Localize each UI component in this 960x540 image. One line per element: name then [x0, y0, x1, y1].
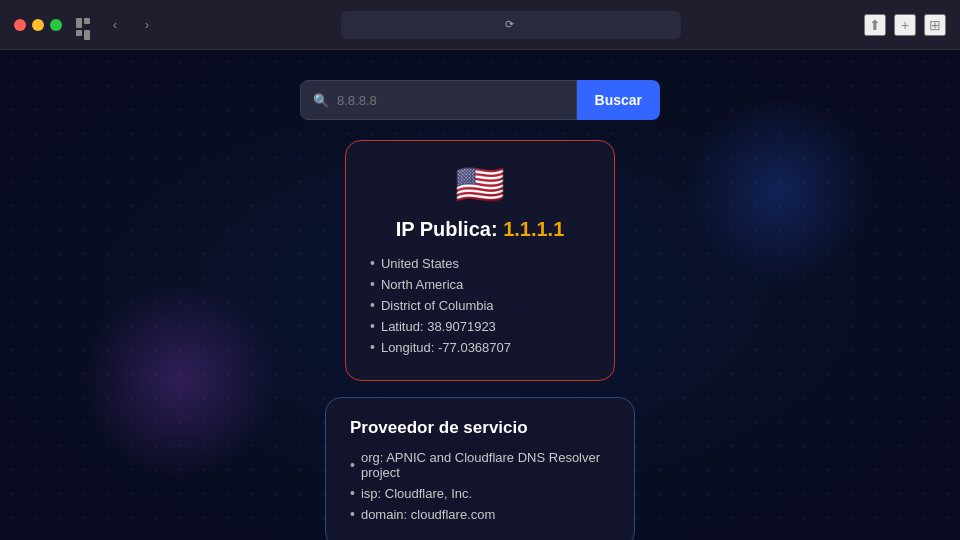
ip-longitude: Longitud: -77.0368707	[370, 339, 590, 355]
isp-domain: domain: cloudflare.com	[350, 506, 610, 522]
isp-org: org: APNIC and Cloudflare DNS Resolver p…	[350, 450, 610, 480]
isp-card: Proveedor de servicio org: APNIC and Clo…	[325, 397, 635, 540]
search-bar: 🔍 8.8.8.8 Buscar	[300, 80, 660, 120]
minimize-button[interactable]	[32, 19, 44, 31]
sidebar-icon	[76, 18, 90, 32]
search-button[interactable]: Buscar	[577, 80, 660, 120]
forward-button[interactable]: ›	[136, 14, 158, 36]
blob-purple	[80, 280, 280, 480]
isp-name: isp: Cloudflare, Inc.	[350, 485, 610, 501]
ip-info-list: United States North America District of …	[370, 255, 590, 355]
grid-button[interactable]: ⊞	[924, 14, 946, 36]
new-tab-button[interactable]: +	[894, 14, 916, 36]
ip-continent: North America	[370, 276, 590, 292]
back-button[interactable]: ‹	[104, 14, 126, 36]
maximize-button[interactable]	[50, 19, 62, 31]
ip-latitude: Latitud: 38.9071923	[370, 318, 590, 334]
traffic-lights	[14, 19, 62, 31]
browser-actions: ⬆ + ⊞	[864, 14, 946, 36]
address-bar-icon: ⟳	[505, 18, 514, 31]
country-flag: 🇺🇸	[370, 161, 590, 208]
ip-card: 🇺🇸 IP Publica: 1.1.1.1 United States Nor…	[345, 140, 615, 381]
ip-title-prefix: IP Publica:	[396, 218, 498, 240]
isp-title: Proveedor de servicio	[350, 418, 610, 438]
ip-address: 1.1.1.1	[503, 218, 564, 240]
content-area: 🔍 8.8.8.8 Buscar 🇺🇸 IP Publica: 1.1.1.1 …	[0, 50, 960, 540]
back-icon: ‹	[113, 17, 117, 32]
sidebar-toggle-button[interactable]	[72, 14, 94, 36]
share-button[interactable]: ⬆	[864, 14, 886, 36]
close-button[interactable]	[14, 19, 26, 31]
address-bar[interactable]: ⟳	[341, 11, 681, 39]
ip-region: District of Columbia	[370, 297, 590, 313]
ip-country: United States	[370, 255, 590, 271]
browser-chrome: ‹ › ⟳ ⬆ + ⊞	[0, 0, 960, 50]
address-bar-wrap: ⟳	[168, 11, 854, 39]
isp-info-list: org: APNIC and Cloudflare DNS Resolver p…	[350, 450, 610, 522]
search-input[interactable]: 8.8.8.8	[337, 93, 564, 108]
ip-title: IP Publica: 1.1.1.1	[370, 218, 590, 241]
blob-blue	[680, 100, 880, 280]
search-input-wrap: 🔍 8.8.8.8	[300, 80, 577, 120]
search-icon: 🔍	[313, 93, 329, 108]
forward-icon: ›	[145, 17, 149, 32]
